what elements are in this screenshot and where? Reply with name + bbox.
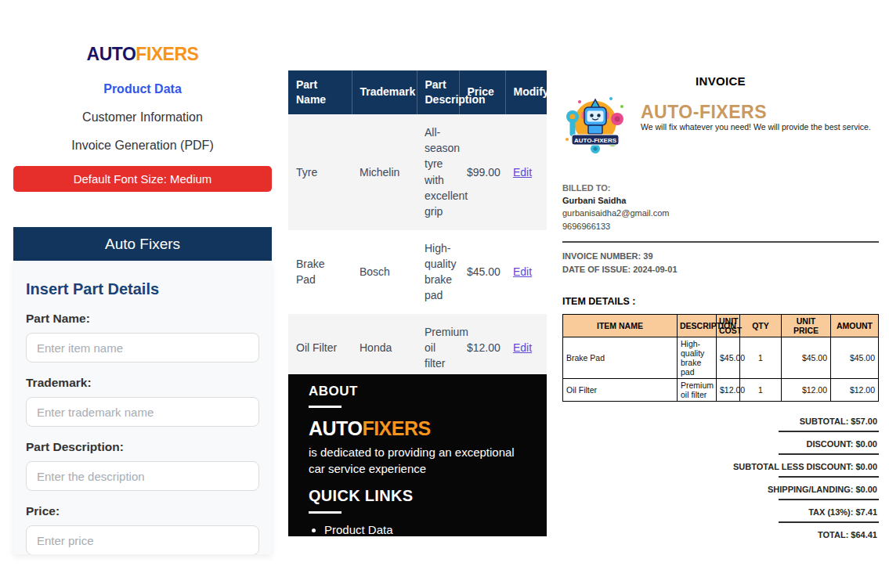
nav-link[interactable]: Invoice Generation (PDF)	[13, 139, 272, 153]
field-label: Trademark:	[26, 376, 259, 390]
quick-link[interactable]: Product Data	[324, 523, 529, 536]
table-row: Tyre Michelin All-season tyre with excel…	[288, 114, 547, 230]
total-text: TOTAL: $64.41	[562, 526, 879, 544]
logo-text-auto: AUTO	[87, 44, 136, 64]
parts-table-header: Trademark	[352, 70, 417, 114]
parts-table-header: Part Description	[417, 70, 459, 114]
invoice-items-header: QTY	[740, 314, 782, 337]
item-unit-price: $12.00	[782, 378, 831, 401]
total-row: SUBTOTAL: $57.00	[562, 413, 879, 432]
cell-description: Premium oil filter	[417, 314, 459, 382]
invoice-meta: INVOICE NUMBER: 39 DATE OF ISSUE: 2024-0…	[562, 250, 879, 277]
divider	[779, 453, 879, 455]
divider	[779, 521, 879, 523]
divider	[562, 241, 879, 243]
nav-link[interactable]: Customer Information	[13, 110, 272, 124]
left-sidebar: AUTOFIXERS Product DataCustomer Informat…	[13, 44, 272, 554]
edit-link[interactable]: Edit	[513, 265, 532, 278]
field-input[interactable]	[26, 461, 259, 491]
cell-trademark: Honda	[352, 314, 417, 382]
billed-to-block: BILLED TO: Gurbani Saidha gurbanisaidha2…	[562, 183, 879, 232]
cell-modify: Edit	[505, 114, 547, 230]
footer-about-title: ABOUT	[309, 384, 529, 399]
footer-autofixers-logo: AUTOFIXERS	[309, 417, 529, 440]
robot-logo-banner-text: AUTO-FIXERS	[574, 137, 617, 144]
field-label: Part Description:	[26, 440, 259, 454]
cell-description: All-season tyre with excellent grip	[417, 114, 459, 230]
autofixers-logo: AUTOFIXERS	[13, 44, 272, 65]
form-field: Price:	[26, 504, 259, 554]
invoice-tagline: We will fix whatever you need! We will p…	[641, 122, 871, 132]
form-field: Part Name:	[26, 312, 259, 363]
font-size-button[interactable]: Default Font Size: Medium	[13, 166, 272, 192]
parts-table-header-row: Part NameTrademarkPart DescriptionPriceM…	[288, 70, 547, 114]
cell-part-name: Oil Filter	[288, 314, 352, 382]
invoice-items-header: DESCRIPTION	[678, 314, 717, 337]
total-text: TAX (13%): $7.41	[562, 503, 879, 521]
table-row: Oil Filter Honda Premium oil filter $12.…	[288, 314, 547, 382]
edit-link[interactable]: Edit	[513, 166, 532, 179]
form-title: Insert Part Details	[26, 280, 259, 298]
billed-to-label: BILLED TO:	[562, 183, 879, 193]
form-fields: Part Name: Trademark: Part Description:	[26, 312, 259, 554]
customer-email: gurbanisaidha2@gmail.com	[562, 208, 879, 218]
invoice-item-row: Brake Pad High-quality brake pad $45.00 …	[563, 337, 879, 378]
app-screen: AUTOFIXERS Product DataCustomer Informat…	[0, 0, 889, 588]
cell-price: $99.00	[459, 114, 505, 230]
item-name: Oil Filter	[563, 378, 678, 401]
item-name: Brake Pad	[563, 337, 678, 378]
invoice-item-row: Oil Filter Premium oil filter $12.00 1 $…	[563, 378, 879, 401]
date-of-issue: DATE OF ISSUE: 2024-09-01	[562, 263, 879, 277]
total-row: DISCOUNT: $0.00	[562, 435, 879, 455]
edit-link[interactable]: Edit	[513, 341, 532, 354]
item-unit-price: $45.00	[782, 337, 831, 378]
field-label: Part Name:	[26, 312, 259, 326]
total-text: SUBTOTAL LESS DISCOUNT: $0.00	[562, 458, 879, 476]
total-row: TAX (13%): $7.41	[562, 503, 879, 523]
divider	[779, 476, 879, 478]
insert-part-form: Insert Part Details Part Name: Trademark…	[13, 261, 272, 554]
invoice-brand-block: AUTO-FIXERS We will fix whatever you nee…	[641, 91, 871, 160]
footer-quicklinks-list: Product DataCustomer Information	[309, 523, 529, 536]
invoice-title: INVOICE	[562, 74, 879, 88]
invoice-items-header: UNIT PRICE	[782, 314, 831, 337]
cell-part-name: Brake Pad	[288, 230, 352, 314]
item-unit-cost: $12.00	[717, 378, 740, 401]
invoice-items-header: ITEM NAME	[563, 314, 678, 337]
cell-modify: Edit	[505, 314, 547, 382]
field-input[interactable]	[26, 525, 259, 554]
parts-table-header: Modify	[505, 70, 547, 114]
divider	[309, 406, 342, 408]
cell-description: High-quality brake pad	[417, 230, 459, 314]
customer-name: Gurbani Saidha	[562, 196, 879, 206]
total-text: DISCOUNT: $0.00	[562, 435, 879, 453]
panel-title: Auto Fixers	[13, 227, 272, 261]
item-qty: 1	[740, 337, 782, 378]
invoice-items-header: AMOUNT	[831, 314, 879, 337]
item-description: Premium oil filter	[678, 378, 717, 401]
invoice-header: AUTO-FIXERS AUTO-FIXERS We will fix what…	[562, 91, 879, 160]
invoice-items-header: UNIT COST	[717, 314, 740, 337]
item-amount: $12.00	[831, 378, 879, 401]
nav-link[interactable]: Product Data	[13, 82, 272, 96]
field-input[interactable]	[26, 333, 259, 363]
invoice-preview: INVOICE	[562, 74, 879, 588]
cell-part-name: Tyre	[288, 114, 352, 230]
total-row: TOTAL: $64.41	[562, 526, 879, 544]
total-text: SUBTOTAL: $57.00	[562, 413, 879, 431]
invoice-items-header-row: ITEM NAMEDESCRIPTIONUNIT COSTQTYUNIT PRI…	[563, 314, 879, 337]
invoice-totals: SUBTOTAL: $57.00 DISCOUNT: $0.00 SUBTOTA…	[562, 413, 879, 544]
field-input[interactable]	[26, 397, 259, 427]
main-nav: Product DataCustomer InformationInvoice …	[13, 82, 272, 153]
footer-about-text: is dedicated to providing an exceptional…	[309, 444, 529, 478]
form-field: Part Description:	[26, 440, 259, 491]
item-unit-cost: $45.00	[717, 337, 740, 378]
item-details-label: ITEM DETAILS :	[562, 296, 879, 307]
invoice-items-table: ITEM NAMEDESCRIPTIONUNIT COSTQTYUNIT PRI…	[562, 314, 879, 402]
autofixers-robot-logo-icon: AUTO-FIXERS	[562, 91, 628, 160]
item-qty: 1	[740, 378, 782, 401]
parts-table-header: Part Name	[288, 70, 352, 114]
footer-quicklinks-title: QUICK LINKS	[309, 487, 529, 505]
divider	[779, 499, 879, 500]
invoice-brand-name: AUTO-FIXERS	[641, 103, 871, 121]
